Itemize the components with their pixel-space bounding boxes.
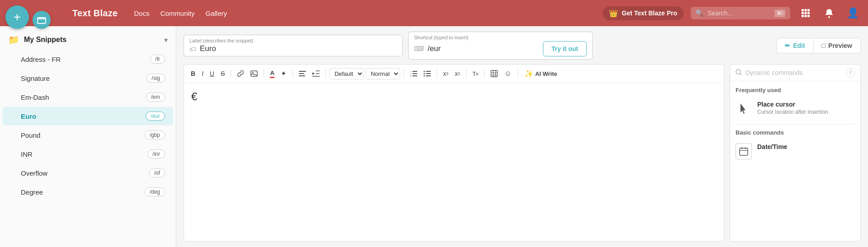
highlight-button[interactable]: ✦ <box>278 68 289 79</box>
preview-eye-icon: □ <box>822 42 826 49</box>
toolbar-divider-1 <box>231 69 231 78</box>
ai-write-button[interactable]: ✨ AI Write <box>522 68 560 80</box>
shortcut-input[interactable] <box>428 44 539 53</box>
svg-rect-17 <box>412 73 417 74</box>
superscript-button[interactable]: x2 <box>453 68 462 79</box>
crown-icon: 👑 <box>609 9 618 18</box>
folder-icon: 📁 <box>8 34 19 45</box>
user-avatar-button[interactable]: 👤 <box>844 5 861 21</box>
get-pro-button[interactable]: 👑 Get Text Blaze Pro <box>603 6 684 20</box>
sidebar-item-address-fr[interactable]: Address - FR /fr <box>3 50 173 68</box>
sidebar-item-degree[interactable]: Degree /deg <box>3 183 173 201</box>
place-cursor-desc: Cursor location after insertion <box>757 109 855 115</box>
unordered-list-button[interactable] <box>421 69 433 79</box>
format-select[interactable]: Default <box>330 68 364 79</box>
calendar-icon <box>736 143 752 159</box>
try-it-button[interactable]: Try it out <box>543 41 587 56</box>
edit-button[interactable]: ✏ Edit <box>776 38 813 53</box>
color-bar <box>270 77 274 78</box>
strikethrough-button[interactable]: S <box>218 68 227 79</box>
snippet-name: Em-Dash <box>21 93 49 101</box>
new-folder-button[interactable] <box>33 11 51 29</box>
snippet-name: Euro <box>21 112 36 120</box>
sidebar-title: My Snippets <box>24 36 66 44</box>
notifications-button[interactable] <box>821 5 837 21</box>
sidebar-item-pound[interactable]: Pound /gbp <box>3 126 173 144</box>
svg-rect-11 <box>251 71 257 76</box>
snippet-name: Address - FR <box>21 56 61 63</box>
indent-button[interactable] <box>310 69 322 79</box>
snippet-shortcut: /deg <box>145 187 165 196</box>
app-name: Text Blaze <box>72 8 118 19</box>
toolbar-divider-3 <box>292 69 293 78</box>
search-icon: 🔍 <box>695 9 704 17</box>
label-input[interactable] <box>200 44 397 53</box>
italic-button[interactable]: I <box>199 68 206 79</box>
search-shortcut-hint: ⌘/ <box>774 9 785 17</box>
dynamic-body: Frequently used Place cursor Cursor loca… <box>730 81 860 241</box>
toolbar-divider-4 <box>326 69 326 78</box>
clear-format-button[interactable]: Tx <box>470 69 481 79</box>
editor-main: B I U S A <box>184 64 724 242</box>
date-time-item[interactable]: Date/Time <box>736 140 855 162</box>
help-icon[interactable]: ? <box>846 68 855 77</box>
svg-rect-8 <box>805 15 807 17</box>
editor-body[interactable]: € <box>184 83 724 241</box>
search-input[interactable] <box>708 9 771 17</box>
svg-rect-16 <box>412 71 417 72</box>
search-bar: 🔍 ⌘/ <box>691 7 790 19</box>
sidebar-item-overflow[interactable]: Overflow /of <box>3 164 173 182</box>
nav-link-gallery[interactable]: Gallery <box>206 9 227 17</box>
svg-rect-2 <box>805 9 807 11</box>
toolbar-divider-5 <box>404 69 404 78</box>
text-color-button[interactable]: A <box>268 67 276 80</box>
frequently-used-label: Frequently used <box>736 87 855 93</box>
chevron-down-icon[interactable]: ▾ <box>164 36 168 44</box>
date-time-name: Date/Time <box>757 143 855 150</box>
emoji-button[interactable]: ☺ <box>502 68 514 79</box>
sidebar-header: 📁 My Snippets ▾ <box>0 30 176 50</box>
toolbar-divider-9 <box>518 69 518 78</box>
svg-line-34 <box>740 74 741 75</box>
snippet-shortcut: /gbp <box>145 130 165 140</box>
nav-link-docs[interactable]: Docs <box>134 9 149 17</box>
align-button[interactable] <box>297 69 308 79</box>
image-button[interactable] <box>248 68 260 79</box>
editor-section: B I U S A <box>184 64 861 242</box>
content-area: Label (describes the snippet) 🏷 Shortcut… <box>176 26 868 247</box>
dynamic-search-input[interactable] <box>745 69 842 76</box>
ai-write-icon: ✨ <box>524 70 533 78</box>
new-snippet-button[interactable]: + <box>5 5 29 29</box>
nav-link-community[interactable]: Community <box>160 9 195 17</box>
snippet-name: Pound <box>21 131 40 139</box>
svg-rect-15 <box>299 75 305 76</box>
preview-button[interactable]: □ Preview <box>813 38 861 53</box>
table-button[interactable] <box>488 68 500 79</box>
apps-grid-button[interactable] <box>797 5 814 21</box>
toolbar-divider-8 <box>484 69 485 78</box>
dynamic-panel: ? Frequently used Place cursor Cursor lo… <box>730 64 861 242</box>
underline-button[interactable]: U <box>208 68 217 79</box>
snippet-name: Degree <box>21 188 43 196</box>
sidebar-item-signature[interactable]: Signature /sig <box>3 69 173 87</box>
size-select[interactable]: Normal <box>366 68 400 79</box>
topnav-right: 👑 Get Text Blaze Pro 🔍 ⌘/ <box>603 5 861 21</box>
link-button[interactable] <box>235 68 246 79</box>
cursor-icon <box>736 101 752 117</box>
sidebar-item-euro[interactable]: Euro /eur <box>3 107 173 125</box>
sidebar-item-inr[interactable]: INR /inr <box>3 145 173 163</box>
svg-rect-4 <box>802 12 804 14</box>
snippet-shortcut: /inr <box>147 149 165 158</box>
basic-commands-label: Basic commands <box>736 129 855 136</box>
topnav: + Text Blaze Docs Community Gallery 👑 Ge… <box>0 0 868 26</box>
sidebar-item-em-dash[interactable]: Em-Dash /em <box>3 88 173 106</box>
bold-button[interactable]: B <box>189 68 198 79</box>
place-cursor-item[interactable]: Place cursor Cursor location after inser… <box>736 98 855 120</box>
subscript-button[interactable]: x2 <box>441 68 451 79</box>
svg-point-25 <box>424 71 425 72</box>
snippet-name: Signature <box>21 75 50 82</box>
editor-content: € <box>191 90 197 103</box>
ordered-list-button[interactable]: 1.2.3. <box>408 69 420 79</box>
snippet-shortcut: /sig <box>146 74 165 83</box>
snippet-shortcut: /fr <box>150 55 165 64</box>
